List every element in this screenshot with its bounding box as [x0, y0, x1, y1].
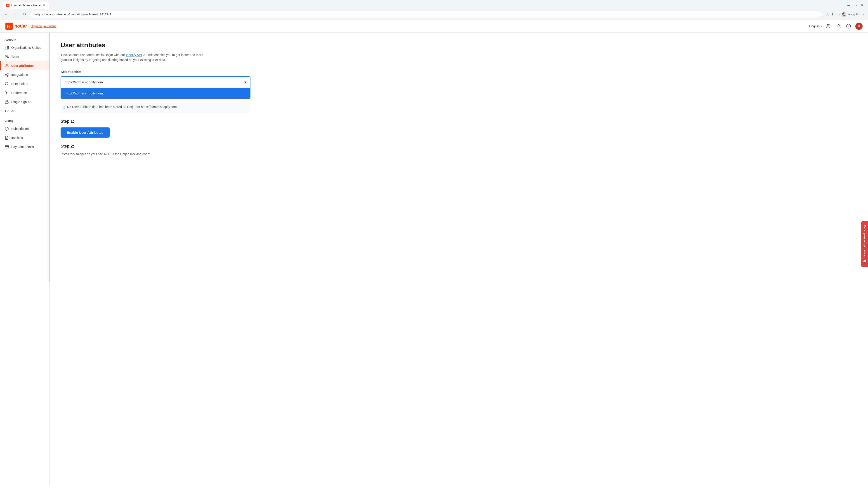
rate-experience-label: Rate your experience [863, 225, 866, 257]
user-attr-icon [4, 64, 9, 68]
more-options-icon[interactable]: ⋮ [861, 12, 865, 17]
svg-line-14 [6, 75, 7, 76]
svg-point-16 [5, 82, 8, 85]
sidebar-item-team[interactable]: Team [0, 52, 50, 61]
step2-description: Install this snippet on your site AFTER … [61, 152, 857, 156]
browser-title-bar: H User attributes - Hotjar ✕ + ─ ▭ ✕ [0, 0, 868, 9]
close-window-button[interactable]: ✕ [861, 3, 864, 7]
billing-section-label: Billing [0, 116, 50, 124]
rate-icon: 💬 [863, 260, 866, 263]
svg-text:H: H [7, 24, 10, 29]
sidebar-item-user-attributes[interactable]: User attributes [0, 61, 50, 70]
minimize-button[interactable]: ─ [847, 3, 850, 7]
svg-rect-22 [5, 145, 9, 148]
svg-point-18 [6, 92, 7, 94]
payment-icon [4, 144, 9, 149]
incognito-label: Incognito [847, 13, 860, 16]
lookup-icon [4, 82, 9, 86]
site-dropdown: https://admin.shopify.com [61, 88, 250, 99]
back-button[interactable]: ← [3, 11, 10, 18]
svg-point-11 [7, 73, 8, 74]
download-icon[interactable]: ⬇ [831, 12, 835, 17]
subscriptions-icon [4, 127, 9, 131]
svg-line-17 [7, 85, 8, 85]
step2-title: Step 2: [61, 144, 857, 149]
tab-title: User attributes - Hotjar [11, 4, 41, 7]
sidebar-scrollbar[interactable] [49, 33, 50, 282]
sidebar-item-invoices[interactable]: Invoices [0, 133, 50, 142]
svg-point-13 [7, 75, 8, 76]
language-selector[interactable]: English ▾ [809, 24, 822, 28]
step1-section: Step 1: Enable User Attributes [61, 119, 857, 138]
sidebar-item-label: Subscriptions [11, 127, 30, 131]
logo-text: hotjar [14, 24, 27, 29]
rate-experience-sidebar[interactable]: Rate your experience 💬 [861, 221, 868, 267]
dropdown-arrow-icon: ▾ [244, 80, 246, 85]
sidebar-item-user-lookup[interactable]: User lookup [0, 79, 50, 88]
app-layout: H hotjar Upgrade your plans English ▾ [0, 20, 868, 486]
site-select-input[interactable]: https://admin.shopify.com ▾ [61, 76, 250, 88]
sidebar-item-sso[interactable]: Single sign-on [0, 97, 50, 106]
invoices-icon [4, 135, 9, 140]
browser-tab-active[interactable]: H User attributes - Hotjar ✕ [3, 2, 49, 9]
sidebar-item-subscriptions[interactable]: Subscriptions [0, 124, 50, 133]
upgrade-link[interactable]: Upgrade your plans [31, 24, 56, 28]
forward-button[interactable]: → [12, 11, 19, 18]
sidebar-item-organizations[interactable]: Organizations & sites [0, 43, 50, 52]
sidebar-item-label: User attributes [11, 64, 34, 68]
identify-api-link[interactable]: Identify API [126, 53, 142, 57]
step1-title: Step 1: [61, 119, 857, 124]
notify-icon[interactable] [826, 23, 832, 29]
external-link-icon: ↗ [143, 54, 145, 57]
new-tab-button[interactable]: + [51, 2, 58, 8]
svg-point-12 [5, 74, 6, 75]
step2-section: Step 2: Install this snippet on your sit… [61, 144, 857, 156]
account-section-label: Account [0, 36, 50, 43]
sidebar-item-label: Integrations [11, 73, 28, 76]
svg-rect-8 [5, 46, 8, 49]
sidebar-item-label: Preferences [11, 91, 28, 95]
avatar-initials: U [858, 24, 860, 28]
browser-window-controls: ─ ▭ ✕ [847, 3, 864, 7]
help-icon[interactable] [845, 23, 852, 29]
api-icon [4, 109, 9, 113]
no-data-message: No User Attribute data has been stored o… [67, 105, 178, 109]
sidebar-item-label: Organizations & sites [11, 46, 41, 50]
page-description: Track custom user attributes in Hotjar w… [61, 53, 214, 63]
hotjar-logo[interactable]: H hotjar [5, 23, 27, 30]
address-input[interactable] [34, 13, 818, 16]
enable-user-attributes-button[interactable]: Enable User Attributes [61, 127, 110, 138]
browser-nav-bar: ← → ↻ ☆ ⬇ ▭ 🕵 Incognito ⋮ [0, 9, 868, 20]
browser-toolbar-actions: ☆ ⬇ ▭ 🕵 Incognito ⋮ [826, 12, 865, 17]
team-icon [4, 55, 9, 59]
svg-rect-19 [5, 102, 8, 103]
tab-favicon: H [6, 4, 9, 7]
no-data-info-box: ℹ No User Attribute data has been stored… [61, 102, 250, 113]
main-content: User attributes Track custom user attrib… [50, 33, 868, 486]
maximize-button[interactable]: ▭ [854, 3, 857, 7]
sso-icon [4, 100, 9, 104]
tab-close-button[interactable]: ✕ [43, 4, 45, 7]
select-site-label: Select a site: [61, 70, 81, 74]
sidebar-item-label: User lookup [11, 82, 28, 86]
svg-point-9 [6, 55, 7, 57]
sidebar-item-integrations[interactable]: Integrations [0, 70, 50, 79]
site-dropdown-item[interactable]: https://admin.shopify.com [61, 88, 250, 98]
sidebar-item-api[interactable]: API [0, 106, 50, 116]
sidebar-item-label: Invoices [11, 136, 23, 140]
sidebar-item-preferences[interactable]: Preferences [0, 88, 50, 97]
preferences-icon [4, 91, 9, 95]
sidebar-item-payment-details[interactable]: Payment details [0, 142, 50, 151]
cast-icon[interactable]: ▭ [836, 12, 840, 17]
sidebar: Account Organizations & sites Team [0, 33, 50, 486]
bookmark-icon[interactable]: ☆ [826, 12, 829, 17]
integrations-icon [4, 72, 9, 77]
add-user-icon[interactable] [835, 23, 842, 29]
svg-point-2 [827, 24, 829, 26]
address-bar[interactable] [30, 11, 822, 18]
incognito-indicator: 🕵 Incognito [842, 12, 860, 17]
refresh-button[interactable]: ↻ [21, 11, 28, 18]
hotjar-logo-icon: H [5, 23, 13, 30]
user-avatar[interactable]: U [855, 23, 863, 30]
language-arrow: ▾ [820, 25, 822, 28]
